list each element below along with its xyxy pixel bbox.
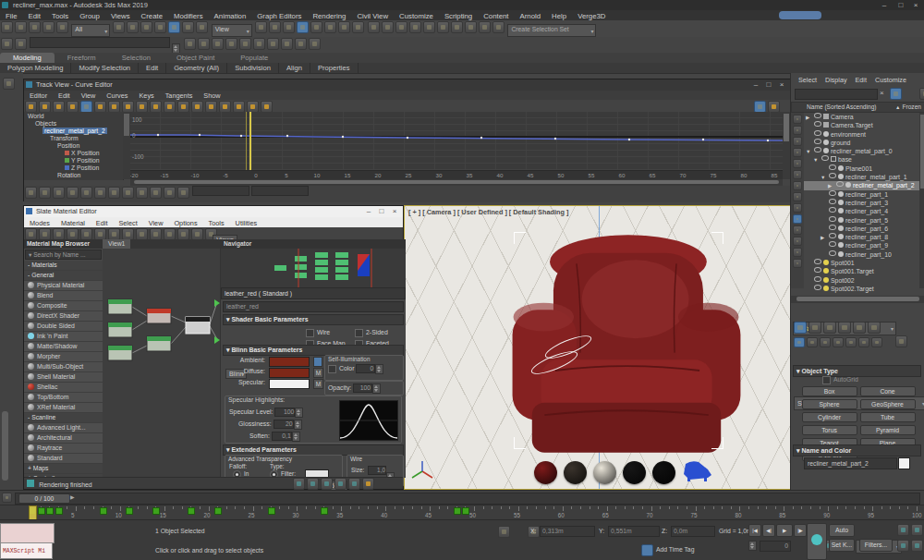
animation-key[interactable]: [454, 507, 461, 515]
se-row-environment[interactable]: environment: [804, 130, 919, 139]
display-xrefs-icon[interactable]: [793, 203, 802, 213]
object-color-swatch[interactable]: [898, 457, 910, 469]
animation-key[interactable]: [321, 507, 328, 515]
field-of-view-icon[interactable]: [897, 540, 909, 552]
key-stats-icon[interactable]: [39, 187, 51, 199]
mmb-item-composite[interactable]: Composite: [24, 301, 103, 311]
sme-menu-options[interactable]: Options: [168, 217, 202, 227]
se-row-spot001-target[interactable]: Spot001.Target: [804, 267, 919, 275]
set-key-button[interactable]: Set K...: [829, 539, 855, 552]
use-pivot-point-center-icon[interactable]: [255, 21, 267, 33]
ce-key-time-field[interactable]: [192, 186, 249, 196]
display-bones-icon[interactable]: [793, 214, 802, 224]
ce-tree-item-rotation[interactable]: Rotation: [24, 172, 123, 179]
time-slider-track[interactable]: [15, 493, 920, 505]
mmb-item-shell-material[interactable]: Shell Material: [24, 372, 103, 383]
track-selection-icon[interactable]: [25, 187, 37, 199]
black-sphere-2[interactable]: [652, 461, 675, 484]
sme-node-view[interactable]: View1: [103, 239, 220, 478]
se-row-recliner-part-1[interactable]: recliner_part_1: [804, 190, 919, 199]
se-search-input[interactable]: [795, 89, 878, 100]
ribbon-sub-properties[interactable]: Properties: [310, 63, 359, 73]
edit-named-selection-sets-icon[interactable]: [352, 21, 364, 33]
ce-menu-tangents[interactable]: Tangents: [160, 91, 199, 100]
cp-category-lights-icon[interactable]: [820, 337, 831, 347]
set-keys-big-button[interactable]: [807, 523, 827, 560]
se-clear-search-icon[interactable]: ×: [880, 89, 884, 97]
create-sphere-button[interactable]: Sphere: [802, 399, 857, 409]
visibility-eye-icon[interactable]: [821, 155, 829, 161]
mirror-icon[interactable]: [368, 21, 380, 33]
next-frame-button[interactable]: |▶: [794, 524, 807, 537]
create-new-layer-icon[interactable]: [15, 38, 27, 50]
display-space-warps-icon[interactable]: [793, 181, 802, 190]
select-and-link-icon[interactable]: [29, 21, 41, 33]
sme-pan-hand-icon[interactable]: [362, 478, 374, 490]
create-geosphere-button[interactable]: GeoSphere: [860, 399, 916, 409]
mmb-item-physical-material[interactable]: Physical Material: [24, 281, 103, 291]
cp-category-systems-icon[interactable]: [871, 337, 882, 347]
cp-tab-motion-icon[interactable]: [838, 322, 851, 334]
opacity-spinner[interactable]: [372, 383, 381, 394]
se-filter-icon[interactable]: [890, 88, 902, 100]
animation-key[interactable]: [188, 507, 195, 515]
layer-dropdown[interactable]: [30, 37, 170, 48]
snaps-toggle-icon[interactable]: [297, 21, 309, 33]
mmb-item-blend[interactable]: Blend: [24, 291, 103, 301]
selfillum-value[interactable]: 0: [356, 364, 375, 373]
ribbon-sub-geometry-all[interactable]: Geometry (All): [166, 63, 227, 73]
cream-sphere[interactable]: [593, 461, 616, 484]
track-bar[interactable]: 5101520253035404550556065707580859095100: [0, 505, 924, 520]
schematic-view-icon[interactable]: [437, 21, 449, 33]
ribbon-tab-object-paint[interactable]: Object Paint: [164, 53, 227, 63]
render-setup-icon[interactable]: [465, 21, 477, 33]
se-row-recliner-metal-part-0[interactable]: ▼recliner_metal_part_0: [804, 147, 919, 155]
sme-menu-view[interactable]: View: [143, 217, 169, 227]
ribbon-tab-populate[interactable]: Populate: [227, 53, 281, 63]
se-row-spot002-target[interactable]: Spot002.Target: [804, 285, 919, 293]
sme-maximize-button[interactable]: □: [375, 206, 388, 217]
reference-coordinate-dropdown[interactable]: View▾: [212, 24, 252, 37]
maxscript-listener-label[interactable]: MAXScript Mi: [0, 542, 53, 559]
align-icon[interactable]: [382, 21, 394, 33]
selection-filter-dropdown[interactable]: All▾: [71, 24, 110, 37]
diffuse-map-button[interactable]: M: [313, 368, 323, 378]
create-cylinder-button[interactable]: Cylinder: [802, 412, 857, 422]
mmb-item-architectural[interactable]: Architectural: [24, 433, 103, 444]
animation-key[interactable]: [214, 507, 222, 515]
display-lights-icon[interactable]: [793, 148, 802, 157]
viewport-layout-tab-icon[interactable]: [3, 78, 15, 90]
play-animation-button[interactable]: ▶: [776, 524, 793, 537]
mmb-item-standard[interactable]: Standard: [24, 454, 103, 464]
z-coordinate-field[interactable]: 0,0m: [671, 526, 715, 537]
se-row-recliner-part-4[interactable]: recliner_part_4: [804, 207, 919, 215]
display-geometry-icon[interactable]: [793, 126, 802, 135]
visibility-eye-icon[interactable]: [814, 276, 821, 282]
ce-tree-item-z-position[interactable]: Z Position: [24, 164, 123, 172]
timeline-options-icon[interactable]: [2, 493, 12, 503]
se-v-scrollbar[interactable]: [919, 113, 924, 288]
mmb-item-morpher[interactable]: Morpher: [24, 352, 103, 362]
previous-frame-button[interactable]: ◀|: [762, 524, 775, 537]
ce-menu-keys[interactable]: Keys: [133, 91, 159, 100]
animation-key[interactable]: [126, 507, 133, 515]
minimize-button[interactable]: –: [878, 0, 891, 10]
glossiness-spinner[interactable]: [294, 420, 302, 430]
create-tube-button[interactable]: Tube: [860, 412, 916, 422]
wire-size-value[interactable]: 1,0: [368, 466, 386, 475]
sme-menu-select[interactable]: Select: [113, 217, 142, 227]
object-name-field[interactable]: recliner_metal_part_2: [804, 457, 897, 469]
sme-minimize-button[interactable]: –: [362, 206, 375, 217]
percent-snap-icon[interactable]: [324, 21, 336, 33]
se-lock-icon[interactable]: [919, 88, 924, 100]
material-name-field[interactable]: leather_red: [223, 301, 404, 312]
cp-category-space-warps-icon[interactable]: [858, 337, 869, 347]
mmb-item-double-sided[interactable]: Double Sided: [24, 322, 103, 332]
align-layer-icon[interactable]: [253, 38, 265, 50]
ribbon-tab-freeform[interactable]: Freeform: [55, 53, 109, 63]
curve-editor-icon[interactable]: [423, 21, 435, 33]
opacity-value[interactable]: 100: [353, 383, 372, 393]
ce-v-scrollbar[interactable]: [783, 112, 790, 179]
animation-key[interactable]: [100, 507, 107, 515]
mmb-item-matte-shadow[interactable]: Matte/Shadow: [24, 342, 103, 352]
